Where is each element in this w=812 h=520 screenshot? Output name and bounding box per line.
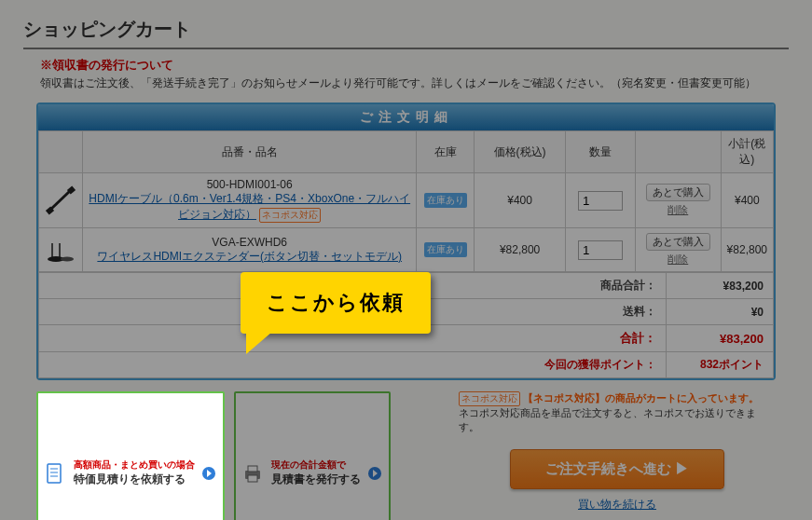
proceed-to-checkout-button[interactable]: ご注文手続きへ進む ▶ bbox=[510, 449, 724, 489]
svg-rect-14 bbox=[248, 466, 257, 472]
callout-tooltip: ここから依頼 bbox=[241, 272, 431, 334]
product-link[interactable]: ワイヤレスHDMIエクステンダー(ボタン切替・セットモデル) bbox=[97, 250, 402, 263]
nekopos-note-body: ネコポス対応商品を単品で注文すると、ネコポスでお送りできます。 bbox=[459, 407, 756, 432]
subtotal-cell: ¥400 bbox=[721, 173, 773, 228]
right-column: ネコポス対応 【ネコポス対応】の商品がカートに入っています。 ネコポス対応商品を… bbox=[459, 391, 776, 520]
quote-request-line1: 高額商品・まとめ買いの場合 bbox=[74, 458, 195, 472]
delete-link[interactable]: 削除 bbox=[667, 253, 688, 265]
nekopos-badge: ネコポス対応 bbox=[459, 391, 520, 406]
quantity-input[interactable] bbox=[578, 191, 623, 211]
quantity-input[interactable] bbox=[578, 240, 623, 260]
points-value: 832ポイント bbox=[667, 352, 774, 378]
th-subtotal: 小計(税込) bbox=[721, 131, 773, 173]
receipt-note-body: 領収書はご注文後、「発送手続き完了」のお知らせメールより発行可能です。詳しくはメ… bbox=[40, 75, 789, 91]
request-special-quote-button[interactable]: 高額商品・まとめ買いの場合 特価見積りを依頼する bbox=[36, 391, 225, 520]
table-row: VGA-EXWHD6 ワイヤレスHDMIエクステンダー(ボタン切替・セットモデル… bbox=[39, 228, 774, 272]
save-for-later-button[interactable]: あとで購入 bbox=[646, 184, 710, 201]
receipt-note-title: ※領収書の発行について bbox=[40, 57, 789, 74]
save-for-later-button[interactable]: あとで購入 bbox=[646, 233, 710, 251]
subtotal-value: ¥83,200 bbox=[667, 273, 774, 299]
stock-badge: 在庫あり bbox=[424, 242, 467, 257]
shipping-value: ¥0 bbox=[667, 299, 774, 325]
points-label: 今回の獲得ポイント： bbox=[39, 352, 667, 378]
product-model: 500-HDMI001-06 bbox=[89, 178, 410, 191]
product-name-cell: VGA-EXWHD6 ワイヤレスHDMIエクステンダー(ボタン切替・セットモデル… bbox=[83, 228, 417, 272]
wireless-extender-icon bbox=[45, 234, 76, 266]
left-action-buttons: 高額商品・まとめ買いの場合 特価見積りを依頼する 現在の合計金額で 見積書を発行… bbox=[36, 391, 391, 520]
table-row: 500-HDMI001-06 HDMIケーブル（0.6m・Ver1.4規格・PS… bbox=[39, 173, 774, 228]
subtotal-cell: ¥82,800 bbox=[721, 228, 773, 272]
print-estimate-button[interactable]: 現在の合計金額で 見積書を発行する bbox=[234, 391, 391, 520]
th-actions bbox=[635, 131, 721, 173]
product-link[interactable]: HDMIケーブル（0.6m・Ver1.4規格・PS4・XboxOne・フルハイビ… bbox=[89, 192, 410, 221]
th-name: 品番・品名 bbox=[83, 131, 417, 173]
price-cell: ¥82,800 bbox=[475, 228, 566, 272]
th-price: 価格(税込) bbox=[475, 131, 566, 173]
nekopos-note: ネコポス対応 【ネコポス対応】の商品がカートに入っています。 ネコポス対応商品を… bbox=[459, 391, 776, 434]
order-details: ご注文明細 品番・品名 在庫 価格(税込) 数量 小計(税込) bbox=[36, 103, 776, 380]
svg-point-6 bbox=[61, 257, 74, 262]
continue-shopping-link[interactable]: 買い物を続ける bbox=[459, 497, 776, 513]
order-details-header: ご注文明細 bbox=[38, 104, 774, 130]
product-thumb bbox=[39, 228, 83, 272]
hdmi-cable-icon bbox=[45, 185, 76, 216]
stock-badge: 在庫あり bbox=[424, 193, 467, 208]
quote-request-line2: 特価見積りを依頼する bbox=[74, 472, 195, 487]
svg-rect-9 bbox=[48, 464, 61, 483]
document-icon bbox=[44, 462, 66, 485]
estimate-print-line2: 見積書を発行する bbox=[271, 472, 361, 487]
grand-total-value: ¥83,200 bbox=[667, 325, 774, 352]
arrow-right-icon bbox=[202, 467, 215, 480]
page-title: ショッピングカート bbox=[23, 17, 789, 49]
nekopos-note-title: 【ネコポス対応】の商品がカートに入っています。 bbox=[523, 392, 759, 404]
price-cell: ¥400 bbox=[475, 173, 566, 228]
arrow-right-icon bbox=[368, 467, 381, 480]
svg-rect-15 bbox=[248, 475, 257, 482]
product-name-cell: 500-HDMI001-06 HDMIケーブル（0.6m・Ver1.4規格・PS… bbox=[83, 173, 417, 228]
nekopos-badge: ネコポス対応 bbox=[259, 208, 321, 223]
th-stock: 在庫 bbox=[417, 131, 475, 173]
th-qty: 数量 bbox=[565, 131, 635, 173]
product-thumb bbox=[39, 173, 83, 228]
estimate-print-line1: 現在の合計金額で bbox=[271, 458, 361, 472]
receipt-note: ※領収書の発行について 領収書はご注文後、「発送手続き完了」のお知らせメールより… bbox=[40, 57, 789, 91]
order-table: 品番・品名 在庫 価格(税込) 数量 小計(税込) bbox=[38, 130, 774, 272]
printer-icon bbox=[241, 462, 264, 485]
product-model: VGA-EXWHD6 bbox=[89, 236, 410, 249]
th-thumb bbox=[39, 131, 83, 173]
delete-link[interactable]: 削除 bbox=[667, 204, 688, 215]
